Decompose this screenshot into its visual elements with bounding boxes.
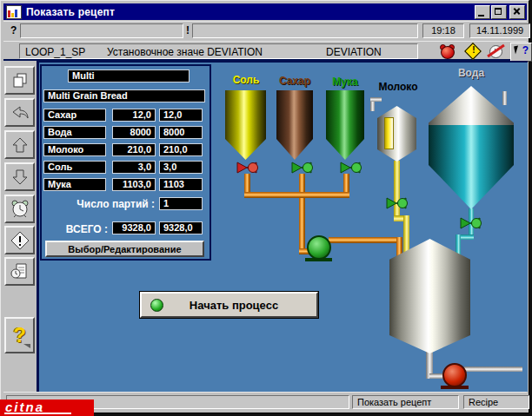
ingredient-label: Вода <box>43 126 106 139</box>
pipe-gray-milk-inlet-h <box>370 97 382 102</box>
up-arrow-icon <box>10 135 30 155</box>
context-help-button[interactable]: ? <box>510 43 532 62</box>
batches-label: Число партий : <box>43 198 155 210</box>
message-field-1 <box>20 23 183 38</box>
alarm-description: Установочное значе DEVIATION <box>107 46 263 58</box>
ingredient-actual: 210,0 <box>159 143 203 156</box>
sugar-valve <box>291 160 314 175</box>
ingredient-setpoint: 210,0 <box>112 143 156 156</box>
pages-button[interactable] <box>4 66 35 95</box>
status-screen-box: Показать рецепт <box>352 395 459 409</box>
water-tank-label: Вода <box>444 67 498 79</box>
alarm-clock-icon <box>10 200 30 219</box>
left-toolbar: ? <box>3 61 37 392</box>
warning-diamond-icon[interactable]: ! <box>463 43 482 60</box>
alarm-tag: LOOP_1_SP <box>25 46 85 58</box>
recipe-product-field[interactable]: Multi Grain Bread <box>43 89 205 102</box>
report-doc-icon <box>10 262 30 281</box>
water-valve <box>460 215 482 231</box>
ingredient-setpoint: 8000 <box>112 126 156 139</box>
help-question-icon: ? <box>522 44 529 56</box>
milk-valve <box>386 195 409 211</box>
window-controls <box>475 5 525 19</box>
alarm-clock-button[interactable] <box>4 195 35 223</box>
status-recipe-box: Recipe <box>463 395 529 409</box>
ingredient-setpoint: 3,0 <box>112 161 156 174</box>
ingredient-actual: 8000 <box>159 126 203 139</box>
warning-diamond-icon <box>10 231 30 250</box>
mixing-tank <box>389 239 470 353</box>
down-arrow-icon <box>10 168 30 187</box>
alarm-message-field: LOOP_1_SP Установочное значе DEVIATION D… <box>19 43 418 59</box>
pipe-orange-pump-outlet <box>329 237 402 243</box>
warning-button[interactable] <box>4 226 35 254</box>
ingredient-setpoint: 1103,0 <box>112 178 156 191</box>
cursor-arrow-icon <box>514 46 520 55</box>
status-light-icon <box>150 299 163 312</box>
app-icon-bar <box>11 13 14 17</box>
screen: Показать рецепт ? ! 19:18 14.11.1999 LOO… <box>0 0 532 416</box>
ingredient-label: Соль <box>43 161 106 174</box>
milk-tank-label: Молоко <box>375 81 422 93</box>
pages-icon <box>10 71 30 90</box>
help-button[interactable]: ? <box>4 317 35 353</box>
report-button[interactable] <box>4 257 35 286</box>
start-process-button[interactable]: Начать процесс <box>140 292 318 318</box>
message-bar: ? ! 19:18 14.11.1999 <box>3 21 527 41</box>
ingredient-label: Мука <box>43 178 106 191</box>
ingredient-pump <box>307 235 331 260</box>
total-setpoint-field: 9328,0 <box>112 221 156 234</box>
start-process-label: Начать процесс <box>163 299 316 312</box>
sugar-silo-label: Сахар <box>275 75 315 87</box>
pipe-orange-header <box>244 192 349 198</box>
page-up-button[interactable] <box>4 130 35 159</box>
ingredient-actual: 12,0 <box>159 109 203 122</box>
window-title: Показать рецепт <box>26 6 115 18</box>
ingredient-actual: 3,0 <box>159 161 203 174</box>
milk-level-indicator <box>384 117 394 149</box>
app-icon <box>6 5 22 19</box>
ingredient-actual: 1103 <box>159 178 203 191</box>
clock-time: 19:18 <box>422 23 464 38</box>
salt-valve <box>236 160 259 175</box>
recipe-name-field[interactable]: Multi <box>68 69 190 83</box>
app-icon-bar <box>15 10 17 17</box>
message-field-2 <box>192 23 418 38</box>
undo-button[interactable] <box>4 98 35 127</box>
discharge-pump <box>442 363 467 387</box>
alarm-value: DEVIATION <box>326 46 382 58</box>
salt-silo-label: Соль <box>225 74 267 86</box>
total-label: ВСЕГО : <box>43 223 108 235</box>
exclaim-label: ! <box>186 24 190 36</box>
recipe-panel: Multi Multi Grain Bread Сахар 12,0 12,0 … <box>40 64 211 261</box>
titlebar: Показать рецепт <box>3 3 527 20</box>
maximize-icon <box>495 8 502 15</box>
citna-logo: citna <box>0 399 94 416</box>
pipe-orange-sugar-drop <box>299 174 305 254</box>
app-window: Показать рецепт ? ! 19:18 14.11.1999 LOO… <box>0 0 529 413</box>
alarm-bar: LOOP_1_SP Установочное значе DEVIATION D… <box>3 41 527 61</box>
total-actual-field: 9328,0 <box>159 221 203 234</box>
maximize-button[interactable] <box>491 5 507 19</box>
close-button[interactable] <box>509 5 525 19</box>
pipe-gray-water-vent <box>502 91 507 105</box>
select-edit-button[interactable]: Выбор/Редактирование <box>45 241 204 257</box>
alarm-disabled-icon[interactable] <box>487 43 506 60</box>
app-icon-bar <box>8 10 10 17</box>
minimize-button[interactable] <box>475 5 490 19</box>
ingredient-label: Сахар <box>43 109 106 122</box>
pipe-cyan-mixer-feed <box>456 234 461 255</box>
ingredient-setpoint: 12,0 <box>112 109 156 122</box>
help-arrow-icon <box>23 344 30 348</box>
question-label: ? <box>10 24 17 36</box>
batches-field[interactable]: 1 <box>159 197 203 210</box>
pipe-yellow-milk-drop <box>394 161 400 221</box>
minimize-icon <box>478 15 484 17</box>
flour-silo-label: Мука <box>325 76 365 88</box>
page-down-button[interactable] <box>4 162 35 191</box>
clock-date: 14.11.1999 <box>469 23 530 38</box>
pipe-gray-discharge <box>464 366 522 372</box>
flour-valve <box>340 160 362 175</box>
ingredient-label: Молоко <box>43 143 106 156</box>
undo-arrow-icon <box>10 103 30 122</box>
